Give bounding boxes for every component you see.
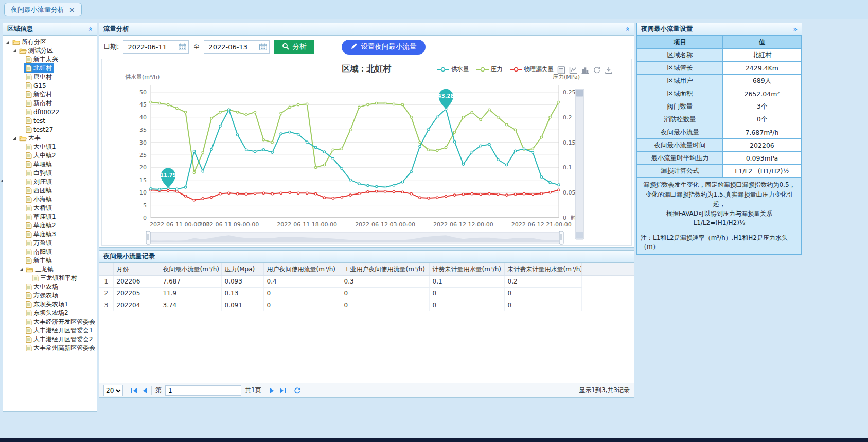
zoom-handle-top[interactable]: [576, 90, 583, 97]
tree-item-方强农场[interactable]: 方强农场: [3, 291, 97, 300]
separator: [265, 386, 265, 395]
table-row[interactable]: 220220511.90.130000: [99, 288, 634, 299]
tree-item-小海镇[interactable]: 小海镇: [3, 195, 97, 204]
tree-item-测试分区[interactable]: 测试分区: [3, 46, 97, 55]
refresh-icon[interactable]: [294, 387, 301, 394]
tree-item-所有分区[interactable]: 所有分区: [3, 38, 97, 46]
tree-item-草庙镇1[interactable]: 草庙镇1: [3, 213, 97, 221]
collapse-up-icon[interactable]: «: [86, 27, 94, 31]
file-icon: [26, 249, 32, 255]
row-index: 2: [99, 288, 113, 299]
legend-item-物理漏失量[interactable]: 物理漏失量: [510, 65, 554, 73]
tree-item-万盈镇[interactable]: 万盈镇: [3, 239, 97, 247]
y-datazoom-slider[interactable]: [575, 89, 584, 239]
tree-item-东坝头农场2[interactable]: 东坝头农场2: [3, 309, 97, 317]
zoom-handle-right[interactable]: [559, 231, 563, 244]
bar-chart-icon[interactable]: [582, 68, 589, 74]
column-header[interactable]: 计费未计量用水量(m³/h): [429, 263, 504, 276]
tree-item-新南村[interactable]: 新南村: [3, 99, 97, 108]
tab-night-min-flow-analysis[interactable]: 夜间最小流量分析 ×: [4, 3, 82, 16]
tree-item-大丰常州高新区管委会[interactable]: 大丰常州高新区管委会: [3, 344, 97, 352]
set-night-min-flow-button[interactable]: 设置夜间最小流量: [342, 40, 426, 55]
tree-item-唐中村[interactable]: 唐中村: [3, 73, 97, 81]
column-header[interactable]: 未计费未计量用水量(m³/h): [504, 263, 581, 276]
chart-area[interactable]: 0510152025303540455000.050.10.150.20.252…: [102, 59, 631, 249]
cell: 0: [263, 288, 341, 299]
file-icon: [26, 109, 32, 115]
table-row[interactable]: 32022043.740.0910000: [99, 299, 634, 311]
tree-item-西团镇[interactable]: 西团镇: [3, 186, 97, 195]
column-header[interactable]: 工业用户夜间使用流量(m³/h): [341, 263, 429, 276]
tree-item-test27[interactable]: test27: [3, 125, 97, 134]
file-icon: [26, 319, 32, 325]
tree-item-label: test27: [33, 126, 53, 133]
prev-page-button[interactable]: [141, 387, 148, 394]
settings-col-item: 项目: [637, 36, 723, 49]
caret-icon[interactable]: [13, 137, 16, 140]
set-button-label: 设置夜间最小流量: [361, 42, 416, 51]
tree-item-三龙镇和平村[interactable]: 三龙镇和平村: [3, 274, 97, 282]
zoom-handle-left[interactable]: [146, 231, 150, 244]
tree-item-白驹镇[interactable]: 白驹镇: [3, 169, 97, 178]
tree-item-大中镇1[interactable]: 大中镇1: [3, 143, 97, 151]
tree-item-G15[interactable]: G15: [3, 81, 97, 90]
tree-item-新窑村[interactable]: 新窑村: [3, 90, 97, 99]
tree-item-南阳镇[interactable]: 南阳镇: [3, 247, 97, 256]
caret-icon[interactable]: [6, 41, 9, 44]
tree-item-大丰[interactable]: 大丰: [3, 134, 97, 143]
tree-item-大丰经济开发区管委会[interactable]: 大丰经济开发区管委会: [3, 317, 97, 326]
tree-item-北虹村[interactable]: 北虹村: [3, 64, 97, 73]
first-page-button[interactable]: [131, 387, 138, 394]
last-page-button[interactable]: [279, 387, 286, 394]
collapse-up-icon[interactable]: «: [624, 27, 631, 31]
column-header[interactable]: 月份: [113, 263, 160, 276]
records-panel-header: 夜间最小流量记录: [99, 251, 634, 263]
tree-item-草堰镇[interactable]: 草堰镇: [3, 160, 97, 169]
cell: 0.2: [504, 276, 581, 288]
tree-item-刘庄镇[interactable]: 刘庄镇: [3, 178, 97, 186]
chart-canvas[interactable]: 0510152025303540455000.050.10.150.20.252…: [102, 59, 632, 247]
tree-item-三龙镇[interactable]: 三龙镇: [3, 265, 97, 274]
next-page-button[interactable]: [269, 387, 275, 394]
tree-item-草庙镇2[interactable]: 草庙镇2: [3, 221, 97, 230]
column-header[interactable]: 夜间最小流量(m³/h): [160, 263, 221, 276]
tree-item-大中镇2[interactable]: 大中镇2: [3, 151, 97, 160]
save-image-icon[interactable]: [606, 67, 612, 74]
legend-item-供水量[interactable]: 供水量: [437, 65, 469, 73]
settings-row: 夜间最小流量7.687m³/h: [637, 126, 802, 139]
zoom-handle-bottom[interactable]: [576, 232, 583, 239]
svg-text:供水量(m³/h): 供水量(m³/h): [125, 74, 160, 80]
tree-item-label: 白驹镇: [33, 169, 52, 178]
tree-item-新丰镇[interactable]: 新丰镇: [3, 256, 97, 265]
x-datazoom-slider[interactable]: [146, 231, 563, 244]
data-view-icon[interactable]: [558, 67, 565, 74]
tree-item-大丰港经开区管委会1[interactable]: 大丰港经开区管委会1: [3, 326, 97, 335]
calendar-icon[interactable]: [259, 43, 267, 52]
caret-icon[interactable]: [13, 49, 16, 52]
analyze-button[interactable]: 分析: [274, 40, 314, 54]
tree-item-草庙镇3[interactable]: 草庙镇3: [3, 230, 97, 239]
expand-right-icon[interactable]: »: [793, 25, 798, 33]
restore-icon[interactable]: [594, 67, 600, 73]
tree-item-新丰太兴[interactable]: 新丰太兴: [3, 55, 97, 64]
tree-item-大桥镇[interactable]: 大桥镇: [3, 204, 97, 213]
calendar-icon[interactable]: [179, 43, 186, 52]
cell: 0.13: [221, 288, 263, 299]
tree-item-大中农场[interactable]: 大中农场: [3, 282, 97, 291]
column-header[interactable]: 用户夜间使用流量(m³/h): [263, 263, 341, 276]
line-chart-icon[interactable]: [570, 67, 577, 74]
page-number-input[interactable]: [165, 385, 241, 396]
table-row[interactable]: 12022067.6870.0930.40.30.10.2: [99, 276, 634, 288]
file-icon: [26, 310, 32, 316]
file-icon: [26, 74, 32, 80]
tree-item-大丰港经开区管委会2[interactable]: 大丰港经开区管委会2: [3, 335, 97, 344]
legend-item-压力[interactable]: 压力: [476, 65, 503, 73]
column-header[interactable]: 压力(Mpa): [221, 263, 263, 276]
tree-item-东坝头农场1[interactable]: 东坝头农场1: [3, 300, 97, 309]
tree-item-test[interactable]: test: [3, 116, 97, 125]
close-icon[interactable]: ×: [69, 6, 75, 13]
tree-item-df00022[interactable]: df00022: [3, 108, 97, 116]
caret-icon[interactable]: [20, 268, 23, 271]
tree-item-label: 大中镇1: [33, 143, 56, 151]
page-size-select[interactable]: 20: [103, 385, 123, 396]
